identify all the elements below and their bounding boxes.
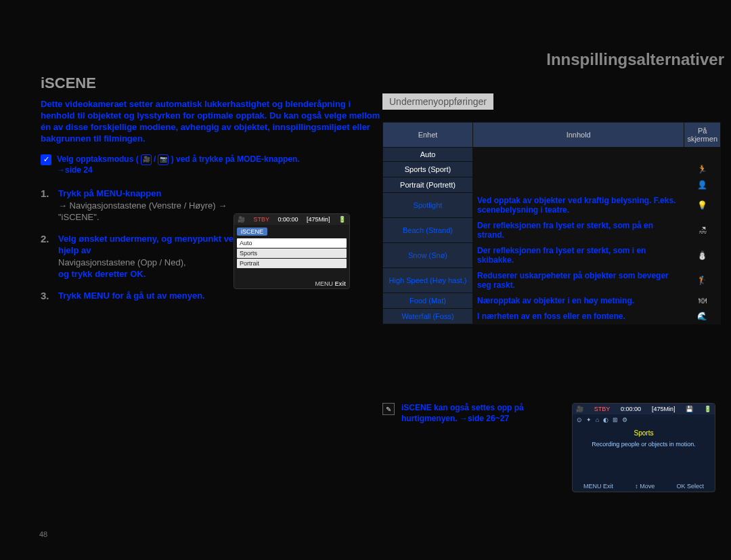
step-number: 2. bbox=[41, 233, 53, 280]
quickmenu-icon-row: ⊙ ✦ ⌂ ◐ ⊞ ⚙ bbox=[573, 414, 715, 425]
mode-name: Auto bbox=[383, 148, 473, 162]
step-2-action: Velg ønsket undermeny, og menypunkt ved … bbox=[58, 234, 239, 256]
col-unit: Enhet bbox=[383, 123, 473, 148]
mode-name: Spotlight bbox=[383, 193, 473, 218]
mode-onscreen-icon: 🏖 bbox=[684, 218, 721, 243]
mode-description bbox=[473, 177, 684, 193]
mode-name: Food (Mat) bbox=[383, 293, 473, 309]
lcd-screenshot-quickmenu: 🎥 STBY 0:00:00 [475Min] 💾 🔋 ⊙ ✦ ⌂ ◐ ⊞ ⚙ … bbox=[572, 403, 715, 492]
steps-list: 1. Trykk på MENU-knappen → Navigasjonsta… bbox=[41, 188, 244, 301]
menu-list: Auto Sports Portrait bbox=[237, 238, 347, 268]
mode-icons: 🎥/📷 bbox=[141, 154, 169, 165]
mode-onscreen-icon: 👤 bbox=[684, 177, 721, 193]
mode-name: Portrait (Portrett) bbox=[383, 177, 473, 193]
foot-exit: MENU Exit bbox=[583, 483, 613, 490]
table-row: High Speed (Høy hast.)Reduserer uskarpeh… bbox=[383, 268, 721, 293]
menu-item-auto: Auto bbox=[237, 238, 347, 248]
mode-onscreen-icon bbox=[684, 148, 721, 162]
tip-note: ✎ iSCENE kan også settes opp på hurtigme… bbox=[382, 403, 577, 424]
table-row: Snow (Snø)Der refleksjonen fra lyset er … bbox=[383, 243, 721, 268]
qm-icon: ⊞ bbox=[613, 416, 618, 423]
quickmenu-desc: Recording people or objects in motion. bbox=[573, 441, 715, 448]
stby-label: STBY bbox=[253, 216, 269, 223]
submenu-heading: Undermenyoppføringer bbox=[382, 93, 493, 110]
prerequisite-note: ✓ Velg opptaksmodus ( 🎥/📷 ) ved å trykke… bbox=[41, 154, 393, 176]
mode-description: Reduserer uskarpeheter på objekter som b… bbox=[473, 268, 684, 293]
col-content: Innhold bbox=[473, 123, 684, 148]
table-row: Portrait (Portrett)👤 bbox=[383, 177, 721, 193]
qm-icon: ✦ bbox=[586, 416, 592, 423]
step-1: 1. Trykk på MENU-knappen → Navigasjonsta… bbox=[41, 188, 244, 223]
stby-label: STBY bbox=[594, 406, 611, 412]
menu-tab-iscene: iSCENE bbox=[237, 228, 267, 236]
table-row: SpotlightVed opptak av objekter ved kraf… bbox=[383, 193, 721, 218]
menu-item-portrait: Portrait bbox=[237, 259, 347, 268]
qm-icon: ⌂ bbox=[596, 416, 599, 423]
pencil-icon: ✎ bbox=[382, 403, 395, 415]
timecode: 0:00:00 bbox=[278, 216, 298, 223]
step-3: 3. Trykk MENU for å gå ut av menyen. bbox=[41, 290, 244, 302]
tip-text: iSCENE kan også settes opp på hurtigmeny… bbox=[401, 403, 577, 424]
mode-name: High Speed (Høy hast.) bbox=[383, 268, 473, 293]
table-row: Beach (Strand)Der refleksjonen fra lyset… bbox=[383, 218, 721, 243]
mode-onscreen-icon: 🏃 bbox=[684, 162, 721, 177]
qm-icon: ⊙ bbox=[577, 416, 582, 423]
step-number: 1. bbox=[41, 188, 53, 223]
submenu-table: Enhet Innhold På skjermen AutoSports (Sp… bbox=[382, 122, 721, 324]
mode-onscreen-icon: 💡 bbox=[684, 193, 721, 218]
mode-description: Der refleksjonen fra lyset er sterkt, so… bbox=[473, 218, 684, 243]
mode-description bbox=[473, 148, 684, 162]
intro-paragraph: Dette videokameraet setter automatisk lu… bbox=[41, 99, 386, 145]
page-title: iSCENE bbox=[41, 74, 724, 92]
col-onscreen: På skjermen bbox=[684, 123, 721, 148]
step-2-action-2: og trykk deretter OK. bbox=[58, 269, 146, 279]
step-1-action: Trykk på MENU-knappen bbox=[58, 188, 161, 198]
step-number: 3. bbox=[41, 290, 53, 302]
foot-move: ↕ Move bbox=[635, 483, 655, 490]
mode-description: Der refleksjonen fra lyset er sterkt, so… bbox=[473, 243, 684, 268]
menu-item-sports: Sports bbox=[237, 249, 347, 258]
timecode: 0:00:00 bbox=[621, 406, 641, 412]
mode-onscreen-icon: 🌊 bbox=[684, 309, 721, 324]
mode-onscreen-icon: 🍽 bbox=[684, 293, 721, 309]
qm-icon: ⚙ bbox=[622, 416, 627, 423]
check-icon: ✓ bbox=[41, 154, 51, 165]
mode-onscreen-icon: ⛄ bbox=[684, 243, 721, 268]
mode-name: Sports (Sport) bbox=[383, 162, 473, 177]
video-mode-icon: 🎥 bbox=[141, 154, 152, 165]
rec-mode-icon: 🎥 bbox=[238, 216, 245, 223]
table-row: Auto bbox=[383, 148, 721, 162]
note-text: Velg opptaksmodus ( 🎥/📷 ) ved å trykke p… bbox=[57, 154, 300, 176]
photo-mode-icon: 📷 bbox=[158, 154, 169, 165]
step-2: 2. Velg ønsket undermeny, og menypunkt v… bbox=[41, 233, 244, 280]
remaining-time: [475Min] bbox=[307, 216, 330, 223]
foot-select: OK Select bbox=[676, 483, 704, 490]
screen1-footer: MENU Exit bbox=[315, 280, 346, 287]
chapter-header: Innspillingsalternativer bbox=[546, 50, 724, 69]
page-number: 48 bbox=[39, 530, 47, 538]
quickmenu-footer: MENU Exit ↕ Move OK Select bbox=[573, 483, 715, 490]
table-row: Waterfall (Foss)I nærheten av en foss el… bbox=[383, 309, 721, 324]
note-text-a: Velg opptaksmodus ( bbox=[57, 154, 139, 164]
note-pageref: →side 24 bbox=[57, 165, 93, 175]
mode-description: Næropptak av objekter i en høy metning. bbox=[473, 293, 684, 309]
table-row: Sports (Sport)🏃 bbox=[383, 162, 721, 177]
qm-icon: ◐ bbox=[603, 416, 608, 423]
mode-description: I nærheten av en foss eller en fontene. bbox=[473, 309, 684, 324]
mode-description bbox=[473, 162, 684, 177]
mode-name: Beach (Strand) bbox=[383, 218, 473, 243]
mode-onscreen-icon: 🏌 bbox=[684, 268, 721, 293]
step-1-detail: → Navigasjonstastene (Venstre / Høyre) →… bbox=[58, 200, 227, 223]
rec-mode-icon: 🎥 bbox=[576, 406, 583, 412]
remaining-time: [475Min] bbox=[652, 406, 675, 412]
battery-icon: 🔋 bbox=[338, 216, 346, 223]
note-text-b: ) ved å trykke på MODE-knappen. bbox=[171, 154, 300, 164]
mode-name: Waterfall (Foss) bbox=[383, 309, 473, 324]
table-row: Food (Mat)Næropptak av objekter i en høy… bbox=[383, 293, 721, 309]
mode-name: Snow (Snø) bbox=[383, 243, 473, 268]
quickmenu-selected: Sports bbox=[573, 429, 715, 437]
lcd-screenshot-menu: 🎥 STBY 0:00:00 [475Min] 🔋 iSCENE Auto Sp… bbox=[234, 213, 350, 289]
card-icon: 💾 bbox=[686, 406, 693, 412]
battery-icon: 🔋 bbox=[704, 406, 711, 412]
step-2-detail: Navigasjonstastene (Opp / Ned), bbox=[58, 257, 186, 267]
